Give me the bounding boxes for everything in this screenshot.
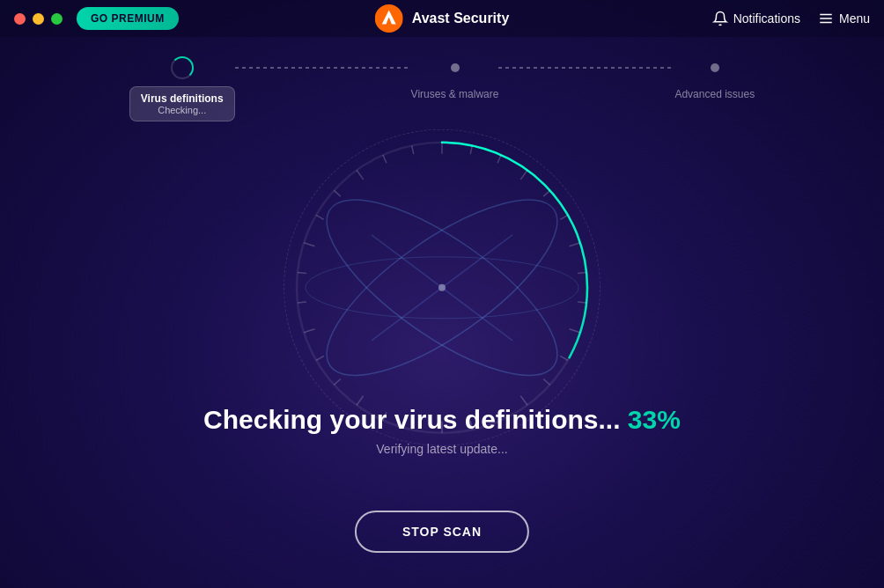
- step-3-label: Advanced issues: [674, 88, 755, 100]
- svg-point-0: [375, 4, 403, 33]
- svg-line-8: [497, 155, 501, 163]
- step-1-circle: [171, 56, 194, 79]
- app-title-text: Avast Security: [412, 11, 510, 26]
- svg-line-7: [470, 145, 472, 154]
- notifications-button[interactable]: Notifications: [712, 11, 800, 26]
- checking-sub: Verifying latest update...: [0, 442, 884, 456]
- notifications-label: Notifications: [733, 11, 800, 26]
- minimize-button[interactable]: [33, 13, 44, 25]
- svg-line-11: [560, 215, 568, 219]
- step-2-circle: [451, 63, 460, 72]
- svg-line-15: [570, 329, 580, 333]
- menu-icon: [818, 11, 834, 26]
- step-1-label: Virus definitions: [141, 92, 224, 105]
- avast-logo-icon: [375, 4, 403, 33]
- svg-line-17: [543, 379, 549, 386]
- step-virus-definitions: Virus definitions Checking...: [129, 56, 235, 121]
- traffic-lights: [14, 13, 63, 25]
- svg-line-28: [298, 302, 306, 303]
- step-1-tooltip: Virus definitions Checking...: [129, 86, 235, 121]
- checking-text: Checking your virus definitions...: [203, 405, 620, 434]
- svg-line-26: [316, 356, 324, 360]
- main-content: Checking your virus definitions... 33% V…: [0, 405, 884, 456]
- menu-label: Menu: [839, 11, 870, 26]
- connector-1: [235, 67, 411, 69]
- stop-scan-button[interactable]: STOP SCAN: [355, 511, 529, 553]
- step-2-label: Viruses & malware: [411, 88, 499, 100]
- go-premium-button[interactable]: GO PREMIUM: [77, 7, 179, 30]
- step-1-sublabel: Checking...: [141, 105, 224, 115]
- scan-visual: [284, 129, 600, 446]
- svg-line-34: [383, 155, 387, 163]
- checking-percent: 33%: [628, 405, 681, 434]
- svg-line-33: [357, 170, 364, 180]
- svg-line-10: [543, 190, 549, 196]
- connector-2: [498, 67, 674, 69]
- steps-progress: Virus definitions Checking... Viruses & …: [0, 46, 884, 121]
- app-title-group: Avast Security: [375, 4, 510, 33]
- svg-line-24: [357, 396, 364, 406]
- svg-line-25: [334, 379, 340, 386]
- progress-arc: [284, 129, 600, 446]
- step-advanced-issues: Advanced issues: [674, 56, 755, 100]
- svg-line-13: [578, 273, 586, 274]
- titlebar-right: Notifications Menu: [712, 11, 870, 26]
- svg-line-30: [304, 243, 314, 246]
- checking-title: Checking your virus definitions... 33%: [0, 405, 884, 435]
- spinner-icon: [171, 56, 194, 79]
- svg-line-32: [334, 190, 340, 196]
- titlebar: GO PREMIUM Avast Security Notifications …: [0, 0, 884, 37]
- bell-icon: [712, 11, 728, 26]
- maximize-button[interactable]: [51, 13, 63, 25]
- svg-line-35: [412, 145, 414, 154]
- svg-line-31: [316, 215, 324, 219]
- svg-line-16: [560, 356, 568, 360]
- step-3-circle: [711, 63, 719, 72]
- svg-line-27: [304, 329, 314, 333]
- svg-line-29: [298, 273, 306, 274]
- menu-button[interactable]: Menu: [818, 11, 870, 26]
- step-viruses-malware: Viruses & malware: [411, 56, 499, 100]
- close-button[interactable]: [14, 13, 26, 25]
- svg-line-12: [570, 243, 580, 246]
- svg-line-9: [520, 170, 527, 180]
- svg-line-18: [520, 396, 527, 406]
- svg-line-14: [578, 302, 586, 303]
